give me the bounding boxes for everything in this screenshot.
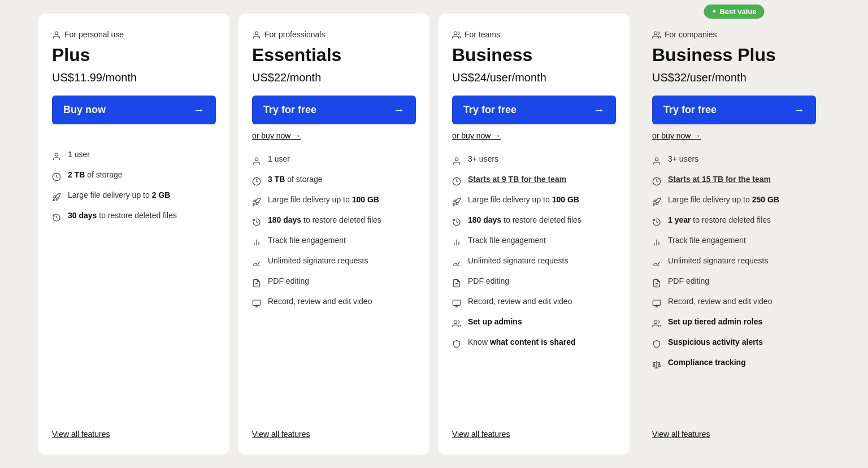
feature-item-business-plus-8: Set up tiered admin roles — [652, 317, 816, 329]
feature-text-essentials-3: 180 days to restore deleted files — [268, 215, 381, 226]
view-all-label-essentials: View all features — [252, 430, 310, 439]
feature-text-business-plus-0: 3+ users — [668, 154, 698, 165]
or-buy-now-business-plus[interactable]: or buy now → — [652, 131, 816, 140]
or-buy-now-label-business-plus: or buy now → — [652, 131, 701, 140]
feature-item-essentials-0: 1 user — [252, 154, 416, 166]
feature-text-business-plus-6: PDF editing — [668, 276, 709, 287]
feature-text-plus-1: 2 TB of storage — [68, 170, 123, 181]
feature-text-plus-0: 1 user — [68, 149, 90, 161]
feature-item-business-plus-4: Track file engagement — [652, 235, 816, 248]
feature-item-essentials-1: 3 TB of storage — [252, 174, 416, 187]
view-all-business-plus[interactable]: View all features — [652, 430, 710, 439]
feature-text-essentials-4: Track file engagement — [268, 235, 346, 246]
feature-text-business-plus-8: Set up tiered admin roles — [668, 317, 762, 328]
feature-text-business-plus-5: Unlimited signature requests — [668, 255, 768, 267]
arrow-icon-essentials: → — [393, 103, 405, 116]
feature-item-essentials-7: Record, review and edit video — [252, 296, 416, 309]
svg-point-23 — [655, 158, 658, 161]
feature-item-business-plus-9: Suspicious activity alerts — [652, 337, 816, 349]
plan-target-business-plus: For companies — [652, 29, 816, 40]
svg-point-21 — [454, 320, 457, 323]
feature-item-business-2: Large file delivery up to 100 GB — [452, 194, 616, 207]
plan-target-essentials: For professionals — [252, 29, 416, 40]
target-icon-business — [452, 29, 461, 40]
view-all-label-business-plus: View all features — [652, 430, 710, 439]
feature-text-business-plus-1: Starts at 15 TB for the team — [668, 174, 771, 185]
feature-item-essentials-5: Unlimited signature requests — [252, 255, 416, 268]
plan-name-plus: Plus — [52, 44, 216, 66]
features-list-essentials: 1 user 3 TB of storage Large file delive… — [252, 154, 416, 416]
feature-text-business-plus-4: Track file engagement — [668, 235, 746, 246]
feature-text-essentials-5: Unlimited signature requests — [268, 255, 368, 267]
feature-text-business-7: Record, review and edit video — [468, 296, 572, 307]
feature-icon-essentials-5 — [252, 256, 262, 268]
svg-point-0 — [55, 32, 58, 34]
feature-text-business-5: Unlimited signature requests — [468, 255, 568, 267]
svg-point-22 — [654, 32, 657, 34]
feature-icon-essentials-0 — [252, 154, 262, 166]
primary-cta-plus[interactable]: Buy now → — [52, 96, 216, 124]
plan-name-business-plus: Business Plus — [652, 44, 816, 66]
target-icon-plus — [52, 29, 61, 40]
primary-cta-essentials[interactable]: Try for free → — [252, 96, 416, 124]
pricing-grid: For personal use PlusUS$11.99/month Buy … — [38, 14, 830, 454]
feature-item-essentials-4: Track file engagement — [252, 235, 416, 248]
or-buy-now-essentials[interactable]: or buy now → — [252, 131, 416, 140]
primary-cta-business-plus[interactable]: Try for free → — [652, 96, 816, 124]
feature-icon-business-plus-6 — [652, 276, 662, 288]
feature-text-business-plus-10: Compliance tracking — [668, 357, 746, 369]
primary-cta-label-essentials: Try for free — [263, 104, 316, 116]
feature-icon-essentials-1 — [252, 175, 262, 187]
feature-text-plus-3: 30 days to restore deleted files — [68, 210, 177, 222]
svg-point-13 — [455, 158, 458, 161]
feature-icon-business-plus-8 — [652, 317, 662, 329]
view-all-plus[interactable]: View all features — [52, 430, 110, 439]
view-all-essentials[interactable]: View all features — [252, 430, 310, 439]
primary-cta-business[interactable]: Try for free → — [452, 96, 616, 124]
plan-target-business: For teams — [452, 29, 616, 40]
plan-target-label-business: For teams — [465, 30, 500, 39]
svg-rect-20 — [453, 300, 460, 305]
view-all-label-business: View all features — [452, 430, 510, 439]
feature-icon-business-1 — [452, 175, 462, 187]
plan-target-label-business-plus: For companies — [665, 30, 717, 39]
feature-icon-business-plus-10 — [652, 358, 662, 370]
svg-point-12 — [454, 32, 457, 34]
feature-item-business-plus-10: Compliance tracking — [652, 357, 816, 370]
feature-icon-business-plus-7 — [652, 297, 662, 309]
features-list-business-plus: 3+ users Starts at 15 TB for the team La… — [652, 154, 816, 416]
primary-cta-label-business: Try for free — [463, 104, 517, 116]
plan-price-business: US$24/user/month — [452, 71, 616, 84]
feature-item-essentials-6: PDF editing — [252, 276, 416, 288]
feature-item-plus-0: 1 user — [52, 149, 216, 162]
feature-icon-business-4 — [452, 236, 462, 248]
feature-icon-business-7 — [452, 297, 462, 309]
feature-text-business-8: Set up admins — [468, 317, 522, 328]
plan-card-plus: For personal use PlusUS$11.99/month Buy … — [38, 14, 229, 454]
feature-item-business-plus-1: Starts at 15 TB for the team — [652, 174, 816, 187]
feature-text-business-plus-3: 1 year to restore deleted files — [668, 215, 771, 226]
arrow-icon-business: → — [593, 103, 605, 116]
feature-item-business-6: PDF editing — [452, 276, 616, 288]
or-buy-now-business[interactable]: or buy now → — [452, 131, 616, 140]
plan-name-business: Business — [452, 44, 616, 66]
arrow-icon-business-plus: → — [793, 103, 805, 116]
svg-point-31 — [654, 320, 657, 323]
feature-item-business-5: Unlimited signature requests — [452, 255, 616, 268]
feature-icon-business-plus-4 — [652, 236, 662, 248]
plan-price-essentials: US$22/month — [252, 71, 416, 84]
feature-text-business-4: Track file engagement — [468, 235, 546, 246]
feature-item-business-plus-6: PDF editing — [652, 276, 816, 288]
feature-icon-business-plus-2 — [652, 195, 662, 207]
feature-text-business-1: Starts at 9 TB for the team — [468, 174, 566, 185]
view-all-business[interactable]: View all features — [452, 430, 510, 439]
feature-icon-essentials-4 — [252, 236, 262, 248]
feature-icon-plus-0 — [52, 150, 62, 162]
feature-icon-plus-1 — [52, 170, 62, 182]
feature-icon-business-0 — [452, 154, 462, 166]
feature-icon-essentials-6 — [252, 276, 262, 288]
feature-text-business-9: Know what content is shared — [468, 337, 576, 348]
feature-text-essentials-0: 1 user — [268, 154, 290, 165]
feature-text-business-plus-2: Large file delivery up to 250 GB — [668, 194, 779, 206]
plan-target-plus: For personal use — [52, 29, 216, 40]
